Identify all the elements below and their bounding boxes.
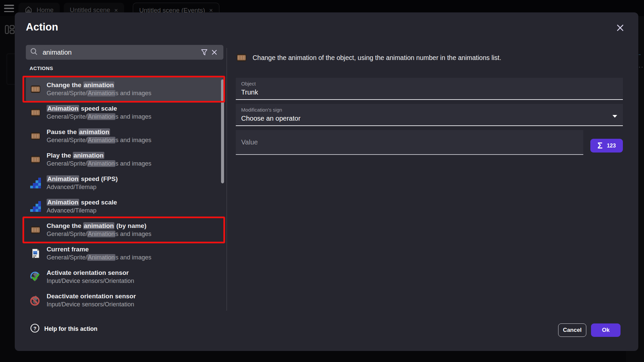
tilemap-icon — [30, 201, 41, 212]
object-field-value: Trunk — [241, 88, 618, 96]
sprite-animation-icon — [30, 130, 41, 142]
action-item-path: General/Sprite/Animations and images — [47, 137, 151, 144]
ok-button[interactable]: Ok — [591, 323, 621, 337]
action-item-text: Animation speed scaleGeneral/Sprite/Anim… — [47, 105, 151, 120]
value-input-field[interactable]: Value — [236, 130, 583, 155]
action-list-item[interactable]: Change the animation (by name)General/Sp… — [26, 218, 223, 242]
action-description: Change the animation of the object, usin… — [253, 52, 501, 62]
action-item-title: Play the animation — [47, 152, 151, 159]
action-item-text: Deactivate orientation sensorInput/Devic… — [47, 293, 136, 308]
chevron-down-icon[interactable] — [612, 113, 618, 119]
filter-icon[interactable] — [199, 47, 209, 57]
action-list-item[interactable]: Current frameGeneral/Sprite/Animations a… — [26, 242, 223, 265]
action-list-item[interactable]: Change the animationGeneral/Sprite/Anima… — [26, 77, 223, 101]
sprite-animation-icon — [236, 52, 247, 63]
search-match-highlight: Animation — [87, 113, 115, 120]
action-item-path: Advanced/Tilemap — [47, 207, 117, 214]
action-item-path: General/Sprite/Animations and images — [47, 90, 151, 97]
action-item-title: Animation speed scale — [47, 105, 151, 112]
action-item-text: Pause the animationGeneral/Sprite/Animat… — [47, 128, 151, 144]
action-item-text: Animation speed (FPS)Advanced/Tilemap — [47, 175, 118, 191]
action-dialog: Action ACTIONS Change the animationGener… — [15, 12, 638, 351]
search-match-highlight: Animation — [47, 199, 79, 206]
search-input[interactable] — [43, 49, 199, 56]
sensor-active-icon — [30, 271, 41, 283]
action-list-item[interactable]: Animation speed scaleAdvanced/Tilemap — [26, 195, 223, 218]
help-link[interactable]: ? Help for this action — [30, 323, 97, 334]
action-item-text: Activate orientation sensorInput/Device … — [47, 269, 134, 285]
tilemap-icon — [30, 177, 41, 189]
action-item-path: Advanced/Tilemap — [47, 184, 118, 191]
action-list-item[interactable]: Deactivate orientation sensorInput/Devic… — [26, 289, 223, 312]
action-item-title: Change the animation — [47, 81, 151, 89]
search-match-highlight: animation — [83, 81, 115, 88]
dialog-title: Action — [26, 21, 58, 33]
action-list-item[interactable]: Play the animationGeneral/Sprite/Animati… — [26, 148, 223, 171]
sprite-animation-icon — [30, 83, 41, 95]
action-list-item[interactable]: Animation speed scaleGeneral/Sprite/Anim… — [26, 101, 223, 124]
action-item-title: Change the animation (by name) — [47, 222, 151, 230]
operator-field-label: Modification's sign — [241, 107, 618, 113]
action-item-path: General/Sprite/Animations and images — [47, 231, 151, 238]
operator-select-field[interactable]: Modification's sign Choose an operator — [236, 104, 623, 126]
clear-search-icon[interactable] — [209, 47, 219, 57]
sprite-animation-icon — [30, 224, 41, 236]
action-item-title: Animation speed (FPS) — [47, 175, 118, 183]
help-question-icon: ? — [30, 323, 40, 334]
action-item-title: Animation speed scale — [47, 199, 117, 206]
value-placeholder: Value — [241, 138, 258, 146]
action-list-item[interactable]: Animation speed (FPS)Advanced/Tilemap — [26, 171, 223, 195]
help-label: Help for this action — [44, 325, 97, 333]
action-description-row: Change the animation of the object, usin… — [236, 52, 625, 63]
scrollbar-thumb[interactable] — [221, 79, 224, 183]
search-match-highlight: animation — [78, 128, 110, 135]
sprite-animation-icon — [30, 107, 41, 118]
panel-divider — [226, 48, 227, 311]
cancel-button[interactable]: Cancel — [558, 323, 586, 337]
actions-section-header: ACTIONS — [30, 65, 53, 71]
expression-editor-button[interactable]: Σ 123 — [590, 139, 623, 153]
search-match-highlight: Animation — [47, 175, 79, 182]
sigma-icon: Σ — [597, 141, 602, 150]
action-item-text: Play the animationGeneral/Sprite/Animati… — [47, 152, 151, 167]
operator-field-value: Choose an operator — [241, 115, 618, 122]
search-match-highlight: animation — [73, 152, 104, 159]
action-item-path: General/Sprite/Animations and images — [47, 113, 151, 120]
expression-123-label: 123 — [607, 143, 616, 149]
search-match-highlight: Animation — [87, 254, 115, 261]
action-item-path: General/Sprite/Animations and images — [47, 254, 151, 261]
search-icon — [30, 48, 38, 57]
search-match-highlight: Animation — [87, 231, 115, 237]
action-item-title: Deactivate orientation sensor — [47, 293, 136, 300]
action-item-path: Input/Device sensors/Orientation — [47, 301, 136, 308]
action-item-path: General/Sprite/Animations and images — [47, 160, 151, 167]
action-item-text: Current frameGeneral/Sprite/Animations a… — [47, 246, 151, 261]
search-match-highlight: animation — [83, 222, 115, 229]
search-match-highlight: Animation — [87, 137, 115, 143]
action-item-title: Current frame — [47, 246, 151, 253]
search-match-highlight: Animation — [87, 160, 115, 167]
search-match-highlight: Animation — [47, 105, 79, 112]
sensor-inactive-icon — [30, 295, 41, 306]
action-item-text: Change the animation (by name)General/Sp… — [47, 222, 151, 238]
action-list-item[interactable]: Pause the animationGeneral/Sprite/Animat… — [26, 124, 223, 148]
current-frame-icon — [30, 248, 41, 259]
action-item-title: Activate orientation sensor — [47, 269, 134, 277]
object-field[interactable]: Object Trunk — [236, 78, 623, 100]
action-item-path: Input/Device sensors/Orientation — [47, 278, 134, 285]
action-list-item[interactable]: Activate orientation sensorInput/Device … — [26, 265, 223, 289]
object-field-label: Object — [241, 81, 618, 86]
sprite-animation-icon — [30, 154, 41, 165]
search-match-highlight: Animation — [87, 90, 115, 97]
action-search-box — [26, 45, 223, 60]
svg-text:?: ? — [33, 325, 36, 331]
action-item-title: Pause the animation — [47, 128, 151, 136]
dialog-close-icon[interactable] — [615, 22, 626, 33]
action-item-text: Change the animationGeneral/Sprite/Anima… — [47, 81, 151, 97]
action-item-text: Animation speed scaleAdvanced/Tilemap — [47, 199, 117, 214]
